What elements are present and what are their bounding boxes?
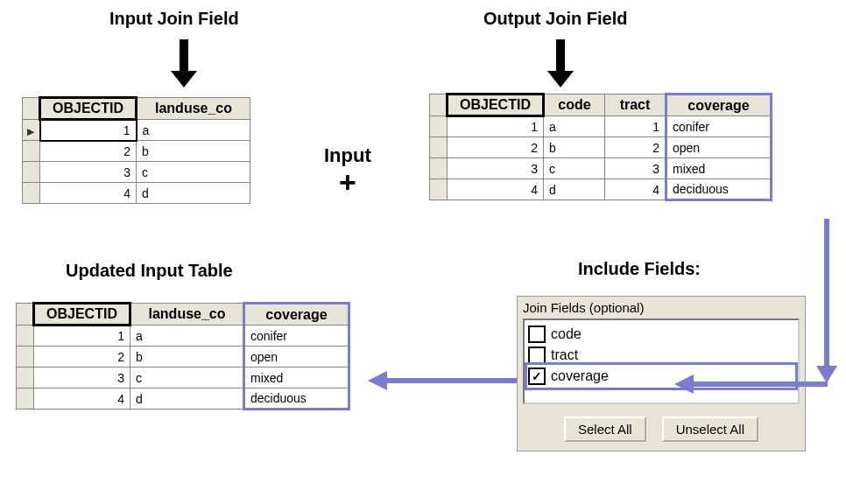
include-fields-label: Include Fields: xyxy=(578,259,701,279)
row-header-corner xyxy=(430,94,448,116)
table-row: 3 c 3 mixed xyxy=(430,158,772,179)
table-row: 2 b xyxy=(23,141,250,162)
svg-marker-3 xyxy=(547,71,574,88)
unselect-all-button[interactable]: Unselect All xyxy=(662,416,758,442)
table-row: 3 c xyxy=(23,162,250,183)
input-join-field-label: Input Join Field xyxy=(109,9,239,29)
table-row: 4 d deciduous xyxy=(17,388,349,410)
plus-label: Input + xyxy=(324,144,371,197)
checkbox-icon[interactable] xyxy=(528,346,546,364)
row-header-corner xyxy=(17,304,34,326)
arrow-down-icon xyxy=(171,39,197,88)
table-row: 1 a conifer xyxy=(17,326,349,346)
column-header-objectid[interactable]: OBJECTID xyxy=(448,94,544,116)
table-row: 2 b open xyxy=(17,346,349,368)
join-fields-panel: Join Fields (optional) code tract ✓ cove… xyxy=(517,296,806,452)
checkbox-row-tract[interactable]: tract xyxy=(528,345,794,366)
column-header-landuse[interactable]: landuse_co xyxy=(137,98,250,120)
arrow-left-icon xyxy=(674,374,828,394)
checkbox-icon[interactable] xyxy=(528,326,546,343)
row-marker-icon: ▶ xyxy=(27,126,34,136)
panel-title: Join Fields (optional) xyxy=(523,300,800,315)
select-all-button[interactable]: Select All xyxy=(564,416,646,442)
checkbox-checked-icon[interactable]: ✓ xyxy=(528,368,546,385)
checkbox-label: tract xyxy=(551,347,578,363)
output-table: OBJECTID code tract coverage 1 a 1 conif… xyxy=(429,93,772,201)
checkbox-label: coverage xyxy=(551,368,609,384)
input-table: OBJECTID landuse_co ▶ 1 a 2 b 3 c 4 d xyxy=(22,96,250,204)
table-row: 3 c mixed xyxy=(17,368,349,388)
table-row: 1 a 1 conifer xyxy=(430,116,772,137)
svg-marker-6 xyxy=(674,374,694,394)
column-header-objectid[interactable]: OBJECTID xyxy=(40,98,137,120)
row-header-corner xyxy=(23,98,40,120)
updated-input-table-label: Updated Input Table xyxy=(66,261,233,281)
column-header-code[interactable]: code xyxy=(544,94,605,116)
checkbox-row-code[interactable]: code xyxy=(528,324,794,345)
column-header-landuse[interactable]: landuse_co xyxy=(130,304,244,326)
svg-marker-8 xyxy=(368,371,387,390)
updated-input-table: OBJECTID landuse_co coverage 1 a conifer… xyxy=(16,302,350,410)
input-word: Input xyxy=(324,144,371,167)
arrow-down-icon xyxy=(547,39,574,88)
table-row: 2 b 2 open xyxy=(430,137,772,158)
column-header-objectid[interactable]: OBJECTID xyxy=(34,304,130,326)
checkbox-label: code xyxy=(551,326,582,342)
svg-marker-1 xyxy=(171,71,197,88)
table-row: 4 d xyxy=(23,183,250,204)
output-join-field-label: Output Join Field xyxy=(483,9,627,29)
column-header-tract[interactable]: tract xyxy=(605,94,666,116)
arrow-left-icon xyxy=(368,371,517,390)
table-row: 4 d 4 deciduous xyxy=(430,179,772,200)
arrow-flow-icon xyxy=(814,219,839,385)
table-row: ▶ 1 a xyxy=(23,120,250,141)
column-header-coverage[interactable]: coverage xyxy=(244,304,349,326)
plus-icon: + xyxy=(324,167,371,197)
column-header-coverage[interactable]: coverage xyxy=(666,94,772,116)
